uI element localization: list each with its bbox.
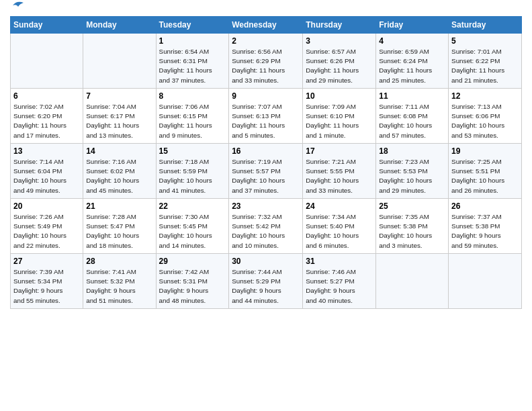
day-number: 20 bbox=[13, 201, 80, 211]
week-row-0: 1Sunrise: 6:54 AMSunset: 6:31 PMDaylight… bbox=[11, 34, 522, 89]
day-number: 2 bbox=[232, 36, 300, 46]
day-info: Sunrise: 7:21 AMSunset: 5:55 PMDaylight:… bbox=[306, 157, 373, 195]
day-number: 30 bbox=[232, 257, 300, 266]
day-info: Sunrise: 7:23 AMSunset: 5:53 PMDaylight:… bbox=[379, 157, 445, 195]
week-row-3: 20Sunrise: 7:26 AMSunset: 5:49 PMDayligh… bbox=[11, 199, 522, 254]
day-info: Sunrise: 6:57 AMSunset: 6:26 PMDaylight:… bbox=[306, 47, 373, 85]
calendar-cell: 20Sunrise: 7:26 AMSunset: 5:49 PMDayligh… bbox=[11, 199, 83, 254]
day-info: Sunrise: 6:59 AMSunset: 6:24 PMDaylight:… bbox=[379, 47, 445, 85]
calendar-cell: 8Sunrise: 7:06 AMSunset: 6:15 PMDaylight… bbox=[156, 89, 229, 144]
week-row-2: 13Sunrise: 7:14 AMSunset: 6:04 PMDayligh… bbox=[11, 144, 522, 199]
day-info: Sunrise: 7:42 AMSunset: 5:31 PMDaylight:… bbox=[159, 267, 226, 306]
day-number: 12 bbox=[451, 91, 519, 101]
day-info: Sunrise: 7:19 AMSunset: 5:57 PMDaylight:… bbox=[232, 157, 300, 195]
day-info: Sunrise: 7:16 AMSunset: 6:02 PMDaylight:… bbox=[86, 157, 152, 195]
day-number: 10 bbox=[306, 91, 373, 101]
day-info: Sunrise: 7:39 AMSunset: 5:34 PMDaylight:… bbox=[13, 267, 80, 306]
day-number: 14 bbox=[86, 146, 152, 156]
day-info: Sunrise: 7:14 AMSunset: 6:04 PMDaylight:… bbox=[13, 157, 80, 195]
day-number: 7 bbox=[86, 91, 152, 101]
calendar-cell: 29Sunrise: 7:42 AMSunset: 5:31 PMDayligh… bbox=[156, 254, 229, 309]
calendar-cell: 19Sunrise: 7:25 AMSunset: 5:51 PMDayligh… bbox=[449, 144, 522, 199]
calendar-cell: 28Sunrise: 7:41 AMSunset: 5:32 PMDayligh… bbox=[83, 254, 156, 309]
day-info: Sunrise: 7:25 AMSunset: 5:51 PMDaylight:… bbox=[451, 157, 519, 195]
calendar-cell: 23Sunrise: 7:32 AMSunset: 5:42 PMDayligh… bbox=[229, 199, 303, 254]
calendar-cell: 16Sunrise: 7:19 AMSunset: 5:57 PMDayligh… bbox=[229, 144, 303, 199]
day-info: Sunrise: 6:54 AMSunset: 6:31 PMDaylight:… bbox=[159, 47, 226, 85]
calendar-cell: 26Sunrise: 7:37 AMSunset: 5:38 PMDayligh… bbox=[449, 199, 522, 254]
day-number: 23 bbox=[232, 201, 300, 211]
header-day-thursday: Thursday bbox=[303, 17, 376, 34]
calendar-cell: 4Sunrise: 6:59 AMSunset: 6:24 PMDaylight… bbox=[376, 34, 449, 89]
day-info: Sunrise: 6:56 AMSunset: 6:29 PMDaylight:… bbox=[232, 47, 300, 85]
header bbox=[10, 7, 522, 11]
day-info: Sunrise: 7:09 AMSunset: 6:10 PMDaylight:… bbox=[306, 102, 373, 140]
calendar-cell: 11Sunrise: 7:11 AMSunset: 6:08 PMDayligh… bbox=[376, 89, 449, 144]
calendar-cell: 10Sunrise: 7:09 AMSunset: 6:10 PMDayligh… bbox=[303, 89, 376, 144]
calendar-header: SundayMondayTuesdayWednesdayThursdayFrid… bbox=[11, 17, 522, 34]
day-info: Sunrise: 7:35 AMSunset: 5:38 PMDaylight:… bbox=[379, 212, 445, 250]
day-number: 22 bbox=[159, 201, 226, 211]
header-row: SundayMondayTuesdayWednesdayThursdayFrid… bbox=[11, 17, 522, 34]
calendar-cell: 2Sunrise: 6:56 AMSunset: 6:29 PMDaylight… bbox=[229, 34, 303, 89]
day-info: Sunrise: 7:13 AMSunset: 6:06 PMDaylight:… bbox=[451, 102, 519, 140]
day-number: 1 bbox=[159, 36, 226, 46]
day-info: Sunrise: 7:06 AMSunset: 6:15 PMDaylight:… bbox=[159, 102, 226, 140]
day-number: 9 bbox=[232, 91, 300, 101]
day-number: 31 bbox=[306, 257, 373, 266]
calendar-cell: 7Sunrise: 7:04 AMSunset: 6:17 PMDaylight… bbox=[83, 89, 156, 144]
calendar-cell: 13Sunrise: 7:14 AMSunset: 6:04 PMDayligh… bbox=[11, 144, 83, 199]
calendar-cell: 1Sunrise: 6:54 AMSunset: 6:31 PMDaylight… bbox=[156, 34, 229, 89]
day-info: Sunrise: 7:11 AMSunset: 6:08 PMDaylight:… bbox=[379, 102, 445, 140]
day-info: Sunrise: 7:04 AMSunset: 6:17 PMDaylight:… bbox=[86, 102, 152, 140]
day-number: 4 bbox=[379, 36, 445, 46]
week-row-4: 27Sunrise: 7:39 AMSunset: 5:34 PMDayligh… bbox=[11, 254, 522, 309]
calendar-cell: 3Sunrise: 6:57 AMSunset: 6:26 PMDaylight… bbox=[303, 34, 376, 89]
calendar-cell bbox=[376, 254, 449, 309]
header-day-wednesday: Wednesday bbox=[229, 17, 303, 34]
day-number: 29 bbox=[159, 257, 226, 266]
calendar-cell: 21Sunrise: 7:28 AMSunset: 5:47 PMDayligh… bbox=[83, 199, 156, 254]
day-number: 19 bbox=[451, 146, 519, 156]
day-number: 27 bbox=[13, 257, 80, 266]
calendar-cell: 27Sunrise: 7:39 AMSunset: 5:34 PMDayligh… bbox=[11, 254, 83, 309]
day-info: Sunrise: 7:30 AMSunset: 5:45 PMDaylight:… bbox=[159, 212, 226, 250]
day-number: 16 bbox=[232, 146, 300, 156]
day-number: 26 bbox=[451, 201, 519, 211]
day-info: Sunrise: 7:26 AMSunset: 5:49 PMDaylight:… bbox=[13, 212, 80, 250]
day-info: Sunrise: 7:34 AMSunset: 5:40 PMDaylight:… bbox=[306, 212, 373, 250]
day-info: Sunrise: 7:41 AMSunset: 5:32 PMDaylight:… bbox=[86, 267, 152, 306]
calendar-cell: 6Sunrise: 7:02 AMSunset: 6:20 PMDaylight… bbox=[11, 89, 83, 144]
day-number: 11 bbox=[379, 91, 445, 101]
day-number: 8 bbox=[159, 91, 226, 101]
day-number: 15 bbox=[159, 146, 226, 156]
calendar-cell bbox=[83, 34, 156, 89]
day-number: 25 bbox=[379, 201, 445, 211]
logo-bird-icon bbox=[11, 0, 25, 11]
header-day-tuesday: Tuesday bbox=[156, 17, 229, 34]
week-row-1: 6Sunrise: 7:02 AMSunset: 6:20 PMDaylight… bbox=[11, 89, 522, 144]
day-info: Sunrise: 7:18 AMSunset: 5:59 PMDaylight:… bbox=[159, 157, 226, 195]
calendar-cell: 9Sunrise: 7:07 AMSunset: 6:13 PMDaylight… bbox=[229, 89, 303, 144]
calendar-cell: 5Sunrise: 7:01 AMSunset: 6:22 PMDaylight… bbox=[449, 34, 522, 89]
calendar-body: 1Sunrise: 6:54 AMSunset: 6:31 PMDaylight… bbox=[11, 34, 522, 309]
calendar-cell: 12Sunrise: 7:13 AMSunset: 6:06 PMDayligh… bbox=[449, 89, 522, 144]
day-number: 3 bbox=[306, 36, 373, 46]
day-info: Sunrise: 7:44 AMSunset: 5:29 PMDaylight:… bbox=[232, 267, 300, 306]
calendar-cell: 15Sunrise: 7:18 AMSunset: 5:59 PMDayligh… bbox=[156, 144, 229, 199]
day-number: 28 bbox=[86, 257, 152, 266]
day-info: Sunrise: 7:01 AMSunset: 6:22 PMDaylight:… bbox=[451, 47, 519, 85]
header-day-saturday: Saturday bbox=[449, 17, 522, 34]
calendar-table: SundayMondayTuesdayWednesdayThursdayFrid… bbox=[10, 16, 522, 309]
day-number: 17 bbox=[306, 146, 373, 156]
day-info: Sunrise: 7:46 AMSunset: 5:27 PMDaylight:… bbox=[306, 267, 373, 306]
header-day-friday: Friday bbox=[376, 17, 449, 34]
calendar-cell: 31Sunrise: 7:46 AMSunset: 5:27 PMDayligh… bbox=[303, 254, 376, 309]
day-number: 18 bbox=[379, 146, 445, 156]
calendar-cell: 22Sunrise: 7:30 AMSunset: 5:45 PMDayligh… bbox=[156, 199, 229, 254]
calendar-cell: 25Sunrise: 7:35 AMSunset: 5:38 PMDayligh… bbox=[376, 199, 449, 254]
calendar-cell: 14Sunrise: 7:16 AMSunset: 6:02 PMDayligh… bbox=[83, 144, 156, 199]
calendar-cell bbox=[11, 34, 83, 89]
header-day-monday: Monday bbox=[83, 17, 156, 34]
day-number: 5 bbox=[451, 36, 519, 46]
